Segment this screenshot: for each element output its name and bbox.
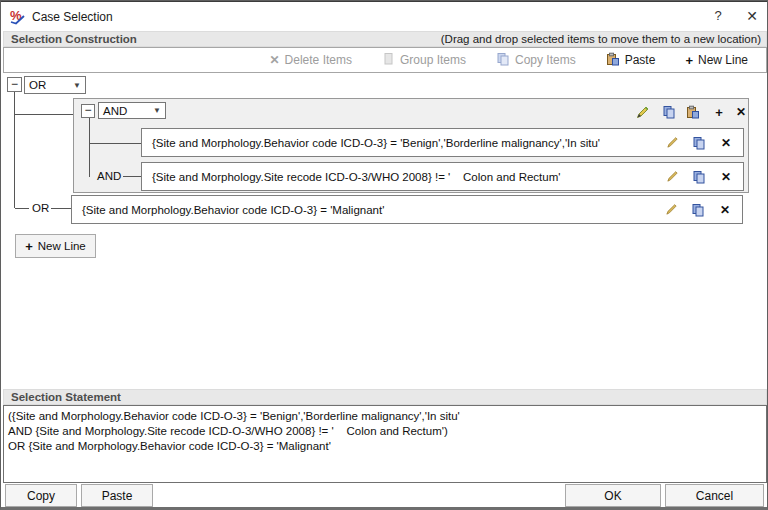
delete-button[interactable]: ✕ — [718, 169, 734, 185]
condition-1-actions: ✕ — [664, 135, 743, 151]
chevron-down-icon: ▼ — [153, 106, 161, 115]
tree-connector-line — [123, 176, 141, 177]
copy-button[interactable] — [690, 202, 706, 218]
pencil-icon — [666, 170, 679, 183]
copy-button-footer[interactable]: Copy — [5, 484, 77, 507]
pencil-icon — [636, 105, 650, 119]
tree-connector-line — [15, 114, 73, 115]
statement-line: ({Site and Morphology.Behavior code ICD-… — [8, 409, 762, 424]
tree-connector-line — [51, 208, 71, 209]
group-items-button[interactable]: Group Items — [382, 52, 466, 69]
new-line-label: New Line — [698, 53, 748, 67]
construction-toolbar: ✕ Delete Items Group Items Copy Items Pa… — [3, 47, 767, 73]
edit-button[interactable] — [664, 169, 680, 185]
copy-items-button[interactable]: Copy Items — [496, 52, 576, 69]
condition-2-text: {Site and Morphology.Site recode ICD-O-3… — [142, 171, 664, 183]
condition-row-3[interactable]: {Site and Morphology.Behavior code ICD-O… — [71, 195, 743, 224]
condition-row-2[interactable]: {Site and Morphology.Site recode ICD-O-3… — [141, 162, 744, 191]
title-bar: % Case Selection ? ✕ — [1, 1, 767, 30]
copy-button[interactable] — [691, 169, 707, 185]
delete-items-button[interactable]: ✕ Delete Items — [270, 53, 352, 67]
condition-3-actions: ✕ — [663, 202, 742, 218]
statement-line: OR {Site and Morphology.Behavior code IC… — [8, 439, 762, 454]
copy-pages-icon — [662, 105, 676, 119]
group-pages-icon — [382, 52, 395, 69]
copy-pages-icon — [691, 203, 705, 217]
collapse-root-button[interactable]: − — [7, 77, 22, 92]
copy-items-label: Copy Items — [515, 53, 576, 67]
tree-connector-line — [89, 118, 90, 177]
paste-label: Paste — [625, 53, 656, 67]
selection-statement-header: Selection Statement — [3, 389, 767, 405]
group-operator-value: AND — [103, 105, 127, 117]
tree-connector-line — [14, 92, 15, 208]
group-copy-button[interactable] — [661, 104, 677, 120]
edit-button[interactable] — [664, 135, 680, 151]
plus-icon: + — [25, 239, 33, 254]
copy-button[interactable] — [691, 135, 707, 151]
chevron-down-icon: ▼ — [73, 81, 81, 90]
selection-construction-header: Selection Construction (Drag and drop se… — [3, 31, 767, 47]
statement-line: AND {Site and Morphology.Site recode ICD… — [8, 424, 762, 439]
pencil-icon — [666, 136, 679, 149]
delete-button[interactable]: ✕ — [718, 135, 734, 151]
cancel-button[interactable]: Cancel — [665, 484, 764, 507]
and-connector-label: AND — [97, 170, 121, 182]
group-items-label: Group Items — [400, 53, 466, 67]
selection-construction-title: Selection Construction — [4, 33, 137, 45]
copy-pages-icon — [496, 52, 510, 69]
case-selection-dialog: % Case Selection ? ✕ Selection Construct… — [0, 0, 768, 510]
new-line-toolbar-button[interactable]: + New Line — [685, 53, 748, 68]
window-title: Case Selection — [32, 10, 113, 24]
copy-pages-icon — [692, 170, 706, 184]
group-operator-dropdown[interactable]: AND ▼ — [98, 102, 166, 119]
paste-clipboard-icon — [606, 52, 620, 69]
edit-button[interactable] — [663, 202, 679, 218]
condition-3-text: {Site and Morphology.Behavior code ICD-O… — [72, 204, 663, 216]
root-operator-dropdown[interactable]: OR ▼ — [24, 76, 86, 94]
plus-icon: + — [685, 53, 693, 68]
paste-button[interactable]: Paste — [606, 52, 656, 69]
group-paste-button[interactable] — [685, 104, 701, 120]
tree-connector-line — [90, 143, 141, 144]
group-delete-button[interactable]: ✕ — [733, 104, 749, 120]
help-button[interactable]: ? — [701, 2, 735, 30]
condition-2-actions: ✕ — [664, 169, 743, 185]
delete-items-label: Delete Items — [285, 53, 352, 67]
pencil-icon — [665, 203, 678, 216]
seerstat-percent-icon: % — [9, 8, 26, 25]
paste-button-footer[interactable]: Paste — [81, 484, 153, 507]
delete-x-icon: ✕ — [270, 53, 280, 67]
paste-clipboard-icon — [686, 105, 700, 119]
condition-1-text: {Site and Morphology.Behavior code ICD-O… — [142, 137, 664, 149]
or-connector-label: OR — [32, 202, 49, 214]
root-operator-value: OR — [29, 79, 46, 91]
drag-drop-hint: (Drag and drop selected items to move th… — [441, 33, 766, 45]
new-line-button-label: New Line — [38, 240, 86, 252]
condition-row-1[interactable]: {Site and Morphology.Behavior code ICD-O… — [141, 128, 744, 157]
collapse-group-button[interactable]: − — [81, 104, 95, 118]
close-button[interactable]: ✕ — [735, 2, 768, 30]
group-add-line-button[interactable]: + — [711, 104, 727, 120]
copy-pages-icon — [692, 136, 706, 150]
ok-button[interactable]: OK — [565, 484, 661, 507]
group-edit-button[interactable] — [635, 104, 651, 120]
selection-statement-title: Selection Statement — [4, 391, 121, 403]
tree-connector-line — [15, 208, 29, 209]
delete-button[interactable]: ✕ — [717, 202, 733, 218]
selection-statement-text[interactable]: ({Site and Morphology.Behavior code ICD-… — [3, 405, 767, 483]
new-line-button[interactable]: + New Line — [15, 234, 96, 258]
